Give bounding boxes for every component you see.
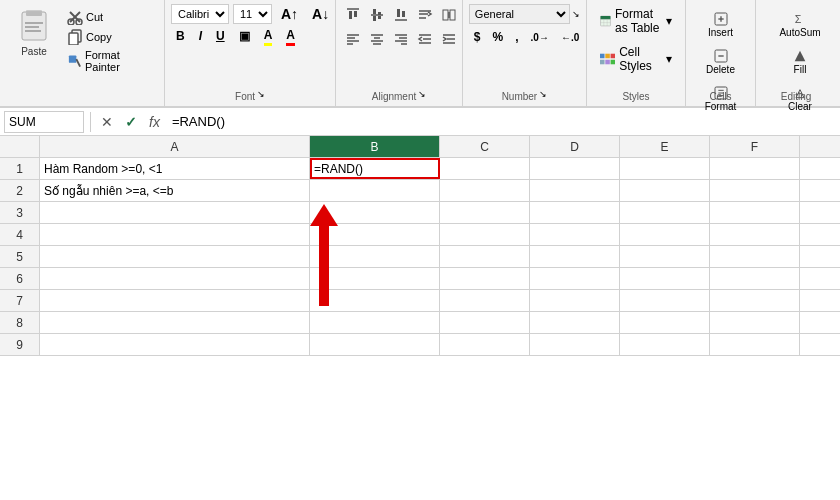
cell-f2[interactable] <box>710 180 800 201</box>
number-format-expand[interactable]: ↘ <box>572 9 580 19</box>
paste-button[interactable]: Paste <box>8 6 60 102</box>
decrease-font-button[interactable]: A↓ <box>307 4 334 24</box>
cell-f9[interactable] <box>710 334 800 355</box>
cell-a6[interactable] <box>40 268 310 289</box>
name-box[interactable] <box>4 111 84 133</box>
format-as-table-arrow[interactable]: ▾ <box>666 14 672 28</box>
cell-g4[interactable] <box>800 224 840 245</box>
cell-e1[interactable] <box>620 158 710 179</box>
cell-c5[interactable] <box>440 246 530 267</box>
cell-b9[interactable] <box>310 334 440 355</box>
cell-g2[interactable] <box>800 180 840 201</box>
cut-button[interactable]: Cut <box>64 8 156 26</box>
fill-button[interactable]: Fill <box>783 45 817 78</box>
cell-b2[interactable] <box>310 180 440 201</box>
cell-g9[interactable] <box>800 334 840 355</box>
increase-font-button[interactable]: A↑ <box>276 4 303 24</box>
underline-button[interactable]: U <box>211 26 230 46</box>
cell-d9[interactable] <box>530 334 620 355</box>
cell-b7[interactable] <box>310 290 440 311</box>
cell-c1[interactable] <box>440 158 530 179</box>
cell-f1[interactable] <box>710 158 800 179</box>
col-header-f[interactable]: F <box>710 136 800 157</box>
cell-f4[interactable] <box>710 224 800 245</box>
cell-d4[interactable] <box>530 224 620 245</box>
font-expand[interactable]: ↘ <box>257 89 265 102</box>
top-align-button[interactable] <box>342 4 364 26</box>
cell-e5[interactable] <box>620 246 710 267</box>
cell-e7[interactable] <box>620 290 710 311</box>
cell-a7[interactable] <box>40 290 310 311</box>
row-header-9[interactable]: 9 <box>0 334 40 355</box>
cell-b4[interactable] <box>310 224 440 245</box>
cell-a9[interactable] <box>40 334 310 355</box>
merge-cells-button[interactable] <box>438 4 460 26</box>
currency-button[interactable]: $ <box>469 27 486 47</box>
fill-color-button[interactable]: A <box>259 26 278 46</box>
comma-button[interactable]: , <box>510 27 523 47</box>
cell-c4[interactable] <box>440 224 530 245</box>
cell-c9[interactable] <box>440 334 530 355</box>
row-header-1[interactable]: 1 <box>0 158 40 179</box>
cell-styles-button[interactable]: Cell Styles ▾ <box>593 42 679 76</box>
cell-a5[interactable] <box>40 246 310 267</box>
cell-b5[interactable] <box>310 246 440 267</box>
center-align-button[interactable] <box>366 28 388 50</box>
wrap-text-button[interactable] <box>414 4 436 26</box>
font-name-select[interactable]: Calibri <box>171 4 229 24</box>
cell-c8[interactable] <box>440 312 530 333</box>
row-header-8[interactable]: 8 <box>0 312 40 333</box>
cell-c3[interactable] <box>440 202 530 223</box>
cell-a3[interactable] <box>40 202 310 223</box>
insert-button[interactable]: Insert <box>699 8 742 41</box>
cell-c7[interactable] <box>440 290 530 311</box>
cell-e2[interactable] <box>620 180 710 201</box>
cell-a8[interactable] <box>40 312 310 333</box>
confirm-formula-button[interactable]: ✓ <box>121 114 141 130</box>
cell-d1[interactable] <box>530 158 620 179</box>
col-header-e[interactable]: E <box>620 136 710 157</box>
cell-d5[interactable] <box>530 246 620 267</box>
cell-f3[interactable] <box>710 202 800 223</box>
left-align-button[interactable] <box>342 28 364 50</box>
cell-a1[interactable]: Hàm Random >=0, <1 <box>40 158 310 179</box>
row-header-3[interactable]: 3 <box>0 202 40 223</box>
cell-g7[interactable] <box>800 290 840 311</box>
cell-b3[interactable] <box>310 202 440 223</box>
col-header-g[interactable]: G <box>800 136 840 157</box>
cell-e3[interactable] <box>620 202 710 223</box>
cell-d2[interactable] <box>530 180 620 201</box>
format-as-table-button[interactable]: Format as Table ▾ <box>593 4 679 38</box>
alignment-expand[interactable]: ↘ <box>418 89 426 102</box>
fx-button[interactable]: fx <box>145 114 164 130</box>
italic-button[interactable]: I <box>194 26 207 46</box>
col-header-d[interactable]: D <box>530 136 620 157</box>
cancel-formula-button[interactable]: ✕ <box>97 114 117 130</box>
row-header-7[interactable]: 7 <box>0 290 40 311</box>
autosum-button[interactable]: Σ AutoSum <box>770 8 829 41</box>
cell-g6[interactable] <box>800 268 840 289</box>
cell-styles-arrow[interactable]: ▾ <box>666 52 672 66</box>
increase-decimal-button[interactable]: ←.0 <box>556 27 584 47</box>
decrease-decimal-button[interactable]: .0→ <box>526 27 554 47</box>
cell-f8[interactable] <box>710 312 800 333</box>
cell-g3[interactable] <box>800 202 840 223</box>
percent-button[interactable]: % <box>488 27 509 47</box>
cell-d8[interactable] <box>530 312 620 333</box>
cell-d3[interactable] <box>530 202 620 223</box>
cell-a4[interactable] <box>40 224 310 245</box>
cell-e4[interactable] <box>620 224 710 245</box>
col-header-b[interactable]: B <box>310 136 440 157</box>
cell-g5[interactable] <box>800 246 840 267</box>
middle-align-button[interactable] <box>366 4 388 26</box>
row-header-6[interactable]: 6 <box>0 268 40 289</box>
cell-e6[interactable] <box>620 268 710 289</box>
right-align-button[interactable] <box>390 28 412 50</box>
font-color-button[interactable]: A <box>281 26 300 46</box>
cell-g1[interactable] <box>800 158 840 179</box>
cell-f7[interactable] <box>710 290 800 311</box>
cell-c6[interactable] <box>440 268 530 289</box>
cell-d7[interactable] <box>530 290 620 311</box>
cell-e8[interactable] <box>620 312 710 333</box>
number-expand[interactable]: ↘ <box>539 89 547 102</box>
